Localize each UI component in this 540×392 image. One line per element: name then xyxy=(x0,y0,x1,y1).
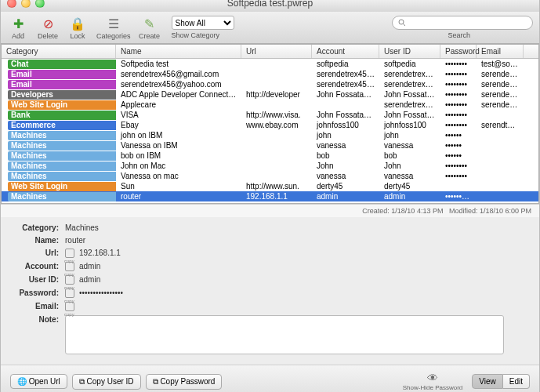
edit-button[interactable]: Edit xyxy=(503,374,530,389)
col-account[interactable]: Account xyxy=(312,45,379,58)
lock-icon: 🔒 xyxy=(69,15,86,32)
table-header: Category Name Url Account User ID Passwo… xyxy=(2,45,538,59)
show-hide-password[interactable]: 👁Show-Hide Password xyxy=(403,372,462,391)
table-row[interactable]: MachinesVanessa on macvanessavanessa••••… xyxy=(2,171,538,181)
lock-button[interactable]: 🔒Lock xyxy=(67,15,89,40)
app-window: Softpedia test.pwrep ✚Add ⊘Delete 🔒Lock … xyxy=(0,0,540,392)
password-table: Category Name Url Account User ID Passwo… xyxy=(1,44,539,204)
close-icon[interactable] xyxy=(7,0,16,8)
table-row[interactable]: Emailserendetrex456@yahoo.comserendetrex… xyxy=(2,79,538,89)
table-row[interactable]: EcommerceEbaywww.ebay.comjohnfoss100john… xyxy=(2,120,538,130)
note-textarea[interactable] xyxy=(65,315,504,354)
detail-userid: admin xyxy=(79,275,100,284)
add-button[interactable]: ✚Add xyxy=(7,15,29,40)
create-button[interactable]: ✎Create xyxy=(139,15,161,40)
table-row[interactable]: BankVISAhttp://www.visa.John Fossatanell… xyxy=(2,110,538,120)
detail-password-label: Password: xyxy=(10,289,59,297)
detail-url-label: Url: xyxy=(10,249,59,257)
detail-password: •••••••••••••••• xyxy=(79,289,123,297)
detail-note-label: Note: xyxy=(10,315,59,324)
filter-label: Show Category xyxy=(172,31,220,39)
table-row[interactable]: Machinesrouter192.168.1.1adminadmin•••••… xyxy=(2,191,538,201)
detail-category-label: Category: xyxy=(10,223,59,232)
zoom-icon[interactable] xyxy=(35,0,45,8)
col-name[interactable]: Name xyxy=(116,45,241,58)
table-row[interactable]: Web Site LoginApplecareserendetrex456•••… xyxy=(2,100,538,110)
prohibited-icon: ⊘ xyxy=(39,15,56,32)
copy-password-button[interactable]: ⧉ Copy Password xyxy=(146,374,223,390)
table-row[interactable]: DevelopersADC Apple Developer Connection… xyxy=(2,89,538,100)
pencil-icon: ✎ xyxy=(141,15,158,32)
table-row[interactable]: Machinesjohn on IBMjohnjohn•••••• xyxy=(2,130,538,140)
toolbar: ✚Add ⊘Delete 🔒Lock ☰Categories ✎Create S… xyxy=(1,12,539,44)
categories-button[interactable]: ☰Categories xyxy=(96,15,131,40)
timestamps: Created: 1/18/10 4:13 PM Modified: 1/18/… xyxy=(1,204,539,217)
open-url-button[interactable]: 🌐 Open Url xyxy=(10,374,67,389)
detail-category: Machines xyxy=(65,223,99,232)
copy-userid-icon[interactable] xyxy=(65,275,74,285)
eye-icon: 👁 xyxy=(427,372,438,384)
detail-name-label: Name: xyxy=(10,236,59,245)
plus-icon: ✚ xyxy=(9,15,27,32)
table-row[interactable]: MachinesVanessa on IBMvanessavanessa••••… xyxy=(2,140,538,151)
col-category[interactable]: Category xyxy=(2,45,116,58)
table-body[interactable]: ChatSoftpedia testsoftpediasoftpedia••••… xyxy=(2,59,538,203)
table-row[interactable]: MachinesJohn on MacJohnJohn•••••••• xyxy=(2,161,538,171)
col-password[interactable]: Password xyxy=(440,45,477,58)
detail-panel: Category:Machines Name:router Url:192.16… xyxy=(1,217,539,365)
detail-userid-label: User ID: xyxy=(10,275,59,284)
detail-email-label: Email: xyxy=(10,302,59,310)
footer: 🌐 Open Url ⧉ Copy User ID ⧉ Copy Passwor… xyxy=(1,365,539,392)
detail-account-label: Account: xyxy=(10,262,59,270)
table-row[interactable]: Emailserendetrex456@gmail.comserendetrex… xyxy=(2,69,538,79)
detail-url: 192.168.1.1 xyxy=(79,249,121,257)
search-label: Search xyxy=(448,31,470,39)
filter-select[interactable]: Show All xyxy=(172,16,234,30)
minimize-icon[interactable] xyxy=(21,0,31,8)
copy-url-icon[interactable] xyxy=(65,249,74,258)
table-row[interactable]: Web Site LoginSunhttp://www.sun.derty45d… xyxy=(2,181,538,191)
table-row[interactable]: Machinesbob on IBMbobbob•••••• xyxy=(2,151,538,161)
titlebar[interactable]: Softpedia test.pwrep xyxy=(1,0,539,12)
modified-stamp: Modified: 1/18/10 6:00 PM xyxy=(449,207,531,215)
delete-button[interactable]: ⊘Delete xyxy=(37,15,59,40)
view-edit-segment: View Edit xyxy=(472,374,530,389)
view-button[interactable]: View xyxy=(472,374,503,389)
copy-email-icon[interactable] xyxy=(65,302,74,311)
created-stamp: Created: 1/18/10 4:13 PM xyxy=(362,207,443,215)
copy-userid-button[interactable]: ⧉ Copy User ID xyxy=(72,374,141,390)
copy-account-icon[interactable] xyxy=(65,262,74,271)
col-email[interactable]: Email xyxy=(477,45,524,58)
detail-name: router xyxy=(65,236,85,245)
col-url[interactable]: Url xyxy=(241,45,312,58)
window-title: Softpedia test.pwrep xyxy=(1,0,539,9)
detail-account: admin xyxy=(79,262,100,270)
traffic-lights xyxy=(7,0,45,8)
copy-password-icon[interactable] xyxy=(65,289,74,298)
search-input[interactable] xyxy=(392,16,533,30)
list-icon: ☰ xyxy=(105,15,122,32)
table-row[interactable]: ChatSoftpedia testsoftpediasoftpedia••••… xyxy=(2,59,538,69)
col-userid[interactable]: User ID xyxy=(379,45,440,58)
